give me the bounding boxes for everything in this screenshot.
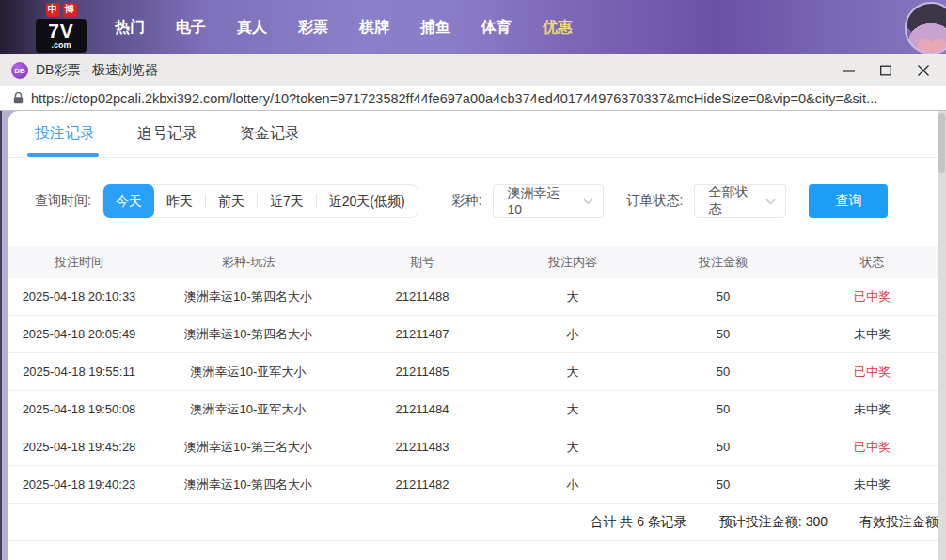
- cell-status: 已中奖: [798, 439, 946, 456]
- browser-titlebar: DB DB彩票 - 极速浏览器: [0, 54, 946, 86]
- nav-item-3[interactable]: 彩票: [298, 18, 328, 38]
- nav-item-2[interactable]: 真人: [237, 18, 267, 38]
- table-row: 2025-04-18 19:55:11 澳洲幸运10-亚军大小 21211485…: [8, 353, 946, 391]
- nav-item-7[interactable]: 优惠: [543, 18, 573, 38]
- site-nav-items: 热门电子真人彩票棋牌捕鱼体育优惠: [115, 18, 573, 38]
- nav-item-4[interactable]: 棋牌: [359, 18, 389, 38]
- address-bar[interactable]: https://ctop02pcali.2kbxi392.com/lottery…: [0, 86, 946, 111]
- site-logo[interactable]: 申 博 7V .com: [36, 3, 87, 53]
- lottery-select[interactable]: 澳洲幸运10: [493, 184, 604, 218]
- summary-valid-amount-clipped: 有效投注金额: [859, 514, 946, 531]
- cell-bet-amount: 50: [648, 402, 798, 416]
- record-tabs: 投注记录追号记录资金记录: [8, 111, 946, 158]
- cell-issue-no: 21211484: [347, 402, 497, 416]
- cell-issue-no: 21211487: [347, 327, 497, 341]
- time-filter-label: 查询时间:: [35, 193, 91, 210]
- chevron-down-icon: [756, 198, 776, 205]
- cell-bet-amount: 50: [648, 289, 798, 303]
- cell-bet-content: 小: [497, 476, 648, 493]
- page-scrollbar-thumb[interactable]: [938, 113, 945, 173]
- cell-bet-time: 2025-04-18 19:50:08: [8, 402, 150, 416]
- nav-item-0[interactable]: 热门: [115, 18, 145, 38]
- cell-bet-content: 大: [497, 288, 648, 305]
- summary-total-records: 合计 共 6 条记录: [590, 514, 686, 531]
- site-top-nav: 申 博 7V .com 热门电子真人彩票棋牌捕鱼体育优惠: [0, 0, 946, 54]
- cell-bet-amount: 50: [648, 477, 798, 491]
- lottery-select-value: 澳洲幸运10: [507, 185, 574, 217]
- cell-bet-time: 2025-04-18 20:10:33: [8, 289, 150, 303]
- tab-1[interactable]: 追号记录: [137, 111, 197, 157]
- cell-issue-no: 21211483: [347, 440, 497, 454]
- time-option-4[interactable]: 近20天(低频): [317, 185, 418, 217]
- order-status-select[interactable]: 全部状态: [694, 184, 786, 218]
- logo-suffix-text: .com: [36, 41, 87, 50]
- logo-badge-right: 博: [63, 3, 77, 17]
- column-header-0: 投注时间: [8, 254, 150, 271]
- browser-app-icon: DB: [11, 62, 28, 79]
- column-header-3: 投注内容: [497, 254, 648, 271]
- column-header-5: 状态: [798, 254, 946, 271]
- cell-bet-content: 大: [497, 401, 648, 418]
- cell-status: 未中奖: [798, 401, 946, 418]
- chevron-down-icon: [574, 198, 593, 205]
- lock-icon: [13, 92, 24, 104]
- close-button[interactable]: [905, 54, 942, 86]
- logo-badge-left: 申: [46, 3, 60, 17]
- cell-game-play: 澳洲幸运10-第四名大小: [150, 326, 347, 343]
- tab-2[interactable]: 资金记录: [240, 111, 300, 157]
- minimize-button[interactable]: [829, 54, 867, 86]
- cell-bet-time: 2025-04-18 19:40:23: [8, 477, 150, 491]
- table-row: 2025-04-18 20:05:49 澳洲幸运10-第四名大小 2121148…: [8, 316, 946, 353]
- logo-badges: 申 博: [46, 3, 77, 17]
- cell-game-play: 澳洲幸运10-第四名大小: [150, 476, 347, 493]
- cell-bet-amount: 50: [648, 327, 798, 341]
- content-card: 投注记录追号记录资金记录 查询时间: 今天昨天前天近7天近20天(低频) 彩种:…: [8, 111, 946, 560]
- page-scrollbar-track[interactable]: [938, 111, 946, 560]
- cell-status: 未中奖: [798, 326, 946, 343]
- time-option-1[interactable]: 昨天: [154, 185, 205, 217]
- cell-issue-no: 21211482: [347, 477, 497, 491]
- filter-bar: 查询时间: 今天昨天前天近7天近20天(低频) 彩种: 澳洲幸运10 订单状态:…: [35, 184, 946, 218]
- search-button[interactable]: 查询: [809, 184, 888, 218]
- time-option-3[interactable]: 近7天: [258, 185, 316, 217]
- tab-0[interactable]: 投注记录: [35, 111, 95, 157]
- column-header-1: 彩种-玩法: [150, 254, 347, 271]
- window-controls: [829, 54, 942, 86]
- cell-issue-no: 21211488: [347, 289, 497, 303]
- table-body: 2025-04-18 20:10:33 澳洲幸运10-第四名大小 2121148…: [8, 278, 946, 504]
- cell-bet-time: 2025-04-18 19:55:11: [8, 365, 150, 379]
- column-header-2: 期号: [347, 254, 497, 271]
- nav-item-5[interactable]: 捕鱼: [420, 18, 450, 38]
- cell-game-play: 澳洲幸运10-亚军大小: [150, 364, 347, 381]
- cell-bet-content: 大: [497, 439, 648, 456]
- logo-main-text: 7V: [36, 21, 87, 40]
- cell-bet-content: 大: [497, 364, 648, 381]
- table-summary-row: 合计 共 6 条记录 预计投注金额: 300 有效投注金额: [8, 504, 946, 541]
- cell-bet-time: 2025-04-18 19:45:28: [8, 440, 150, 454]
- lottery-filter-label: 彩种:: [452, 193, 482, 210]
- summary-expected-amount: 预计投注金额: 300: [719, 514, 828, 531]
- nav-item-6[interactable]: 体育: [481, 18, 512, 38]
- cell-game-play: 澳洲幸运10-亚军大小: [150, 401, 347, 418]
- page-left-edge: [0, 111, 2, 560]
- cell-bet-amount: 50: [648, 365, 798, 379]
- order-status-value: 全部状态: [708, 184, 756, 218]
- nav-item-1[interactable]: 电子: [176, 18, 206, 38]
- cell-status: 未中奖: [798, 476, 946, 493]
- table-row: 2025-04-18 20:10:33 澳洲幸运10-第四名大小 2121148…: [8, 278, 946, 316]
- time-option-2[interactable]: 前天: [206, 185, 257, 217]
- cell-bet-content: 小: [497, 326, 648, 343]
- cell-bet-time: 2025-04-18 20:05:49: [8, 327, 150, 341]
- time-filter-group: 今天昨天前天近7天近20天(低频): [102, 184, 418, 218]
- window-title: DB彩票 - 极速浏览器: [36, 62, 158, 79]
- table-row: 2025-04-18 19:40:23 澳洲幸运10-第四名大小 2121148…: [8, 466, 946, 504]
- user-avatar[interactable]: [905, 2, 946, 54]
- logo-box: 7V .com: [36, 19, 87, 53]
- url-text: https://ctop02pcali.2kbxi392.com/lottery…: [31, 91, 877, 106]
- cell-status: 已中奖: [798, 364, 946, 381]
- cell-bet-amount: 50: [648, 440, 798, 454]
- maximize-button[interactable]: [867, 54, 905, 86]
- table-header-row: 投注时间彩种-玩法期号投注内容投注金额状态: [8, 246, 946, 278]
- table-row: 2025-04-18 19:45:28 澳洲幸运10-第三名大小 2121148…: [8, 428, 946, 466]
- time-option-0[interactable]: 今天: [103, 184, 154, 218]
